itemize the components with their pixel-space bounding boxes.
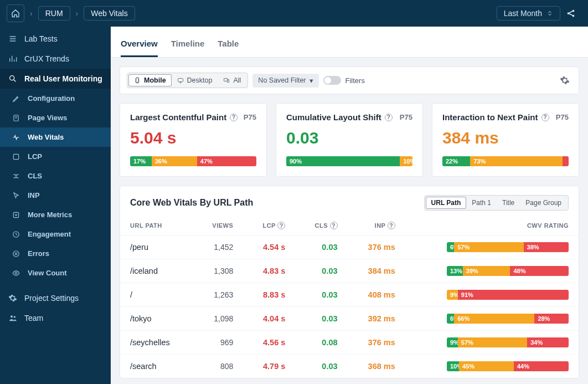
help-icon[interactable]: ? bbox=[385, 114, 393, 121]
sidebar-item-rum[interactable]: Real User Monitoring bbox=[0, 69, 111, 89]
filters-toggle[interactable] bbox=[323, 76, 341, 85]
cell-cwv: 6%66%28% bbox=[405, 307, 579, 331]
sidebar-item-label: CrUX Trends bbox=[24, 54, 69, 63]
sidebar-item-label: Engagement bbox=[28, 230, 71, 238]
help-icon: ? bbox=[388, 222, 395, 229]
cell-lcp: 4.04 s bbox=[243, 307, 295, 331]
metric-card[interactable]: Interaction to Next Paint ? P75 384 ms 2… bbox=[432, 103, 579, 177]
url-table-card: Core Web Vitals By URL Path URL Path Pat… bbox=[120, 186, 579, 378]
list-icon bbox=[8, 34, 18, 43]
devices-icon bbox=[223, 77, 230, 84]
device-mobile[interactable]: Mobile bbox=[128, 74, 172, 86]
grouping-pagegroup[interactable]: Page Group bbox=[520, 197, 567, 209]
col-inp[interactable]: INP ? bbox=[348, 216, 405, 235]
grouping-urlpath[interactable]: URL Path bbox=[426, 197, 467, 209]
sidebar-item-crux[interactable]: CrUX Trends bbox=[0, 49, 111, 69]
dist-segment: 28% bbox=[534, 314, 569, 324]
sidebar-item-label: Project Settings bbox=[24, 294, 79, 303]
metric-card[interactable]: Cumulative Layout Shift ? P75 0.03 90%10… bbox=[276, 103, 423, 177]
table-row[interactable]: /seychelles 969 4.56 s 0.08 376 ms 9%57%… bbox=[120, 331, 579, 355]
metric-value: 0.03 bbox=[286, 130, 412, 146]
sidebar-item-team[interactable]: Team bbox=[0, 308, 111, 328]
help-icon: ? bbox=[277, 222, 285, 229]
cell-inp: 368 ms bbox=[348, 355, 405, 378]
device-segment: Mobile Desktop All bbox=[127, 73, 248, 88]
table-row[interactable]: /iceland 1,308 4.83 s 0.03 384 ms 13%39%… bbox=[120, 259, 579, 283]
breadcrumb-rum[interactable]: RUM bbox=[38, 6, 70, 21]
sidebar-item-engagement[interactable]: Engagement bbox=[0, 224, 111, 244]
sidebar-item-label: INP bbox=[28, 191, 40, 199]
cell-views: 1,098 bbox=[193, 307, 243, 331]
col-lcp[interactable]: LCP ? bbox=[243, 216, 295, 235]
cell-lcp: 4.79 s bbox=[243, 355, 295, 378]
percentile-label: P75 bbox=[244, 113, 256, 121]
dist-segment: 39% bbox=[463, 266, 510, 276]
col-cwv[interactable]: CWV RATING bbox=[405, 216, 579, 235]
distribution-bar: 90%10% bbox=[286, 156, 412, 166]
breadcrumb-page[interactable]: Web Vitals bbox=[84, 6, 135, 21]
grouping-title[interactable]: Title bbox=[497, 197, 520, 209]
tab-table[interactable]: Table bbox=[218, 31, 239, 57]
sidebar-item-configuration[interactable]: Configuration bbox=[0, 89, 111, 108]
sidebar-item-cls[interactable]: CLS bbox=[0, 166, 111, 186]
dist-segment: 10% bbox=[400, 156, 412, 166]
main: Overview Timeline Table Mobile Desktop bbox=[111, 27, 588, 384]
sidebar-item-lab-tests[interactable]: Lab Tests bbox=[0, 29, 111, 49]
tab-timeline[interactable]: Timeline bbox=[171, 31, 205, 57]
home-icon bbox=[11, 9, 20, 18]
cell-url: /tokyo bbox=[120, 307, 193, 331]
sidebar-item-viewcount[interactable]: View Count bbox=[0, 263, 111, 283]
dist-segment: 17% bbox=[130, 156, 152, 166]
sidebar-item-pageviews[interactable]: Page Views bbox=[0, 108, 111, 127]
team-icon bbox=[8, 314, 18, 322]
settings-button[interactable] bbox=[558, 73, 572, 88]
cell-views: 969 bbox=[193, 331, 243, 355]
cell-cls: 0.03 bbox=[295, 235, 347, 259]
cell-cls: 0.03 bbox=[295, 283, 347, 307]
time-range-selector[interactable]: Last Month bbox=[497, 6, 560, 21]
help-icon[interactable]: ? bbox=[541, 114, 549, 121]
sidebar-item-label: View Count bbox=[28, 269, 67, 277]
sidebar-item-errors[interactable]: Errors bbox=[0, 244, 111, 263]
metric-title: Largest Contentful Paint ? bbox=[130, 112, 238, 122]
sidebar-item-webvitals[interactable]: Web Vitals bbox=[0, 127, 111, 147]
table-row[interactable]: /search 808 4.79 s 0.03 368 ms 10%45%44% bbox=[120, 355, 579, 378]
col-cls[interactable]: CLS ? bbox=[295, 216, 347, 235]
dist-segment: 57% bbox=[454, 242, 523, 252]
sidebar-item-more[interactable]: More Metrics bbox=[0, 205, 111, 224]
dist-segment: 57% bbox=[458, 337, 527, 347]
table-row[interactable]: /tokyo 1,098 4.04 s 0.03 392 ms 6%66%28% bbox=[120, 307, 579, 331]
dist-segment: 9% bbox=[447, 337, 458, 347]
share-button[interactable] bbox=[566, 8, 581, 18]
sidebar-item-lcp[interactable]: LCP bbox=[0, 147, 111, 166]
device-desktop[interactable]: Desktop bbox=[172, 74, 218, 86]
percentile-label: P75 bbox=[556, 113, 569, 121]
svg-rect-15 bbox=[228, 80, 229, 83]
dist-segment: 10% bbox=[447, 361, 459, 371]
table-row[interactable]: /peru 1,452 4.54 s 0.03 376 ms 6%57%38% bbox=[120, 235, 579, 259]
col-views[interactable]: VIEWS bbox=[193, 216, 243, 235]
cell-inp: 392 ms bbox=[348, 307, 405, 331]
chevron-right-icon: › bbox=[30, 9, 33, 18]
col-urlpath[interactable]: URL PATH bbox=[120, 216, 193, 235]
grouping-path1[interactable]: Path 1 bbox=[466, 197, 497, 209]
document-icon bbox=[11, 114, 21, 122]
dist-segment: 38% bbox=[524, 242, 569, 252]
distribution-bar: 6%57%38% bbox=[447, 242, 569, 252]
sidebar-item-label: Real User Monitoring bbox=[24, 74, 102, 83]
sidebar-item-label: Configuration bbox=[28, 94, 75, 103]
saved-filter-dropdown[interactable]: No Saved Filter ▾ bbox=[252, 74, 318, 88]
sidebar-item-inp[interactable]: INP bbox=[0, 186, 111, 205]
home-button[interactable] bbox=[7, 4, 24, 22]
sidebar-item-label: Errors bbox=[28, 249, 49, 258]
metric-card[interactable]: Largest Contentful Paint ? P75 5.04 s 17… bbox=[120, 103, 267, 177]
device-all[interactable]: All bbox=[218, 74, 246, 86]
pencil-icon bbox=[11, 95, 21, 103]
tab-overview[interactable]: Overview bbox=[121, 31, 158, 57]
table-row[interactable]: / 1,263 8.83 s 0.03 408 ms 9%91% bbox=[120, 283, 579, 307]
sidebar-item-project-settings[interactable]: Project Settings bbox=[0, 288, 111, 308]
dist-segment: 22% bbox=[442, 156, 470, 166]
heartbeat-icon bbox=[11, 134, 21, 141]
help-icon[interactable]: ? bbox=[230, 114, 238, 121]
dist-segment: 45% bbox=[459, 361, 514, 371]
